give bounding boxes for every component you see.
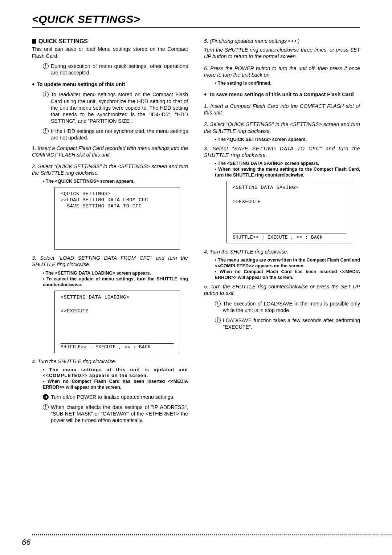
notice-block: ! During execution of menu quick setting… [43, 63, 188, 76]
caution-icon: ! [215, 301, 221, 307]
subheading-text: To save menu settings of this unit to a … [209, 91, 354, 98]
step-3-bullet-1: • The <SETTING DATA LOADING> screen appe… [32, 270, 188, 276]
screen-option-save: SAVE SETTING DATA TO CFC [61, 203, 174, 210]
caution-icon: ! [43, 128, 49, 134]
screen-saving: <SETTING DATA SAVING> >>EXECUTE SHUTTLE>… [226, 181, 352, 243]
subheading: ♦To update menu settings of this unit [32, 81, 188, 88]
section-heading: QUICK SETTINGS [32, 38, 188, 45]
subheading-save: ♦To save menu settings of this unit to a… [204, 91, 360, 98]
save-step-4-bullet-1: • The menu settings are overwritten in t… [204, 257, 360, 269]
save-step-1: 1. Insert a Compact Flash Card into the … [204, 103, 360, 116]
diamond-bullet-icon: ♦ [32, 81, 34, 88]
screen-footer: SHUTTLE>> : EXECUTE , << : BACK [233, 234, 346, 241]
notice-block: ! To read/alter menu settings stored on … [43, 91, 188, 124]
notice-text: LOAD/SAVE function takes a few seconds a… [223, 317, 360, 330]
caution-icon: ! [215, 317, 221, 323]
notice-block: ! LOAD/SAVE function takes a few seconds… [215, 317, 360, 330]
screen-execute: >>EXECUTE [61, 308, 174, 315]
screen-quick-settings: <QUICK SETTINGS> >>LOAD SETTING DATA FRO… [54, 187, 180, 250]
step-5-body: Turn the SHUTTLE ring counterclockwise t… [204, 46, 360, 60]
tip-block: ➔ Turn off/on POWER to finalize updated … [43, 394, 188, 400]
save-step-4: 4. Turn the SHUTTLE ring clockwise. [204, 248, 360, 255]
arrow-circle-icon: ➔ [43, 394, 49, 400]
step-4-bullet-2: • When no Compact Flash Card has been in… [32, 378, 188, 390]
step-3-bullet-2: • To cancel the update of menu settings,… [32, 276, 188, 288]
notice-text: To read/alter menu settings stored on th… [51, 91, 188, 124]
page-title: <QUICK SETTINGS> [32, 13, 360, 28]
save-step-4-bullet-2: • When no Compact Flash Card has been in… [204, 269, 360, 280]
caution-icon: ! [43, 404, 49, 410]
caution-icon: ! [43, 92, 49, 97]
notice-block: ! When change affects the data settings … [43, 404, 188, 424]
subheading-text: To update menu settings of this unit [37, 81, 125, 88]
notice-text: When change affects the data settings of… [51, 404, 188, 424]
diamond-bullet-icon: ♦ [204, 91, 207, 98]
save-step-2-bullet: • The <QUICK SETTINGS> screen appears. [204, 137, 360, 142]
save-step-5: 5. Turn the SHUTTLE ring counterclockwis… [204, 283, 360, 296]
caution-icon: ! [43, 63, 49, 69]
screen-title: <QUICK SETTINGS> [61, 191, 174, 197]
step-6: 6. Press the POWER button to turn the un… [204, 65, 360, 78]
notice-block: ! If the HDD settings are not synchroniz… [43, 128, 188, 141]
step-3: 3. Select "LOAD SETTING DATA FROM CFC" a… [32, 255, 188, 268]
page-divider-dots: ••••••••••••••••••••••••••••••••••••••••… [32, 533, 392, 537]
save-step-2: 2. Select "QUICK SETTINGS" in the <SETTI… [204, 121, 360, 134]
screen-loading: <SETTING DATA LOADING> >>EXECUTE SHUTTLE… [54, 291, 180, 353]
step-6-bullet: • The setting is confirmed. [204, 80, 360, 86]
notice-text: During execution of menu quick settings,… [51, 63, 188, 76]
screen-title: <SETTING DATA LOADING> [61, 295, 174, 301]
save-step-3: 3. Select "SAVE SETTING DATA TO CFC" and… [204, 145, 360, 158]
square-bullet-icon [32, 39, 36, 44]
notice-text: The execution of LOAD/SAVE in the menu i… [223, 300, 360, 313]
step-4-bullet-1: • The menu settings of this unit is upda… [32, 367, 188, 378]
notice-block: ! The execution of LOAD/SAVE in the menu… [215, 300, 360, 313]
screen-title: <SETTING DATA SAVING> [233, 185, 346, 191]
screen-option-load: >>LOAD SETTING DATA FROM CFC [61, 197, 174, 203]
right-column: 5. (Finalizing updated menu settings • •… [204, 38, 360, 427]
heading-text: QUICK SETTINGS [38, 38, 88, 44]
notice-text: If the HDD settings are not synchronized… [51, 128, 188, 141]
left-column: QUICK SETTINGS This unit can save or loa… [32, 38, 188, 427]
screen-execute: >>EXECUTE [233, 199, 346, 205]
save-step-3-bullet-2: • When not saving the menu settings to t… [204, 166, 360, 178]
save-step-3-bullet-1: • The <SETTING DATA SAVING> screen appea… [204, 161, 360, 166]
tip-text: Turn off/on POWER to finalize updated me… [51, 394, 175, 400]
intro-paragraph: This unit can save or load Menu settings… [32, 46, 188, 59]
screen-footer: SHUTTLE>> : EXECUTE , << : BACK [61, 343, 174, 351]
step-2: 2. Select "QUICK SETTINGS" in the <SETTI… [32, 163, 188, 176]
step-5: 5. (Finalizing updated menu settings • •… [204, 38, 360, 44]
step-1: 1. Insert a Compact Flash Card recorded … [32, 145, 188, 158]
step-4: 4. Turn the SHUTTLE ring clockwise. [32, 358, 188, 365]
page-number: 66 [22, 538, 30, 547]
step-2-bullet: • The <QUICK SETTINGS> screen appears. [32, 178, 188, 184]
